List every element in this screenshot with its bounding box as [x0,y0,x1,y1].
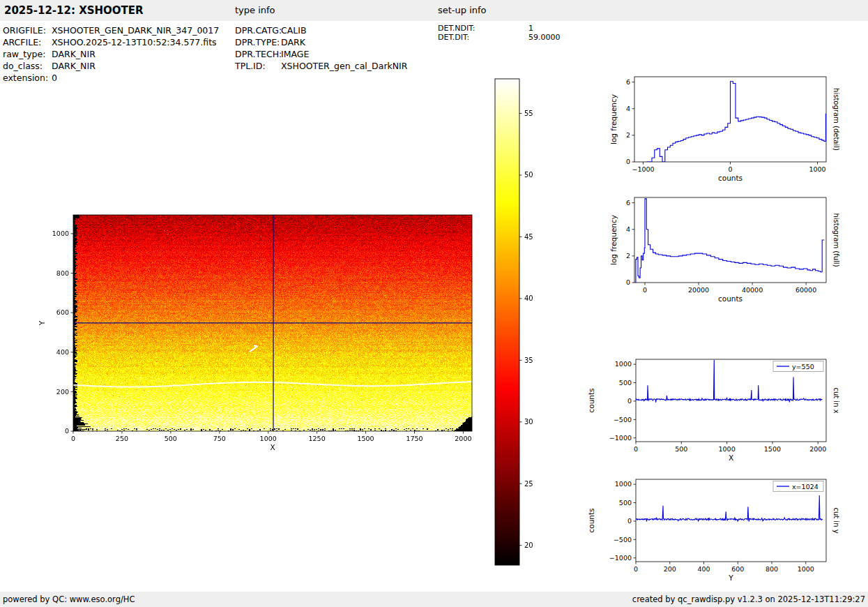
x-axis-label: Y [728,574,733,582]
x-tick-label: 0 [71,435,75,442]
cut_in_x-svg: 0500100015002000−1000−50005001000Xcounts… [586,349,868,474]
y-axis-label: Y [38,320,46,326]
cut-in-y-plot: 02004006008001000−1000−50005001000Ycount… [586,469,868,594]
legend-label: x=1024 [792,483,818,490]
x-tick-label: 0 [634,565,638,573]
heatmap-axes-svg: 0250500750100012501500175020000200400600… [28,202,488,474]
meta-label: ORIGFILE: [3,24,52,36]
x-tick-label: 1500 [764,445,781,453]
dark-frame-image-plot: 0250500750100012501500175020000200400600… [28,202,488,474]
meta-value: XSHOO.2025-12-13T10:52:34.577.fits [52,36,217,48]
x-tick-label: 1500 [357,435,374,442]
meta-row: ORIGFILE:XSHOOTER_GEN_DARK_NIR_347_0017 [3,24,219,36]
meta-row: extension:0 [3,72,219,84]
x-tick-label: 0 [728,165,732,173]
x-tick-label: 1000 [809,165,825,173]
meta-value: 1 [528,24,533,33]
meta-row: DET.DIT:59.0000 [438,33,561,42]
y-tick-label: 0 [627,517,632,525]
x-tick-label: 0 [634,445,638,453]
y-tick-label: 500 [619,379,632,387]
colorbar: 2025303540455055 [488,73,565,576]
histogram_detail-data-line [647,82,827,162]
x-tick-label: 1000 [260,435,277,442]
histogram_full-data-line [635,199,825,283]
side-label: histogram (full) [832,213,840,267]
heatmap-axes-frame [73,215,472,431]
meta-row: do_class:DARK_NIR [3,60,219,72]
footer-bar: powered by QC: www.eso.org/HC created by… [0,592,868,607]
x-axis-label: counts [718,294,743,303]
metadata-setup-block: DET.NDIT:1 DET.DIT:59.0000 [438,24,561,42]
meta-value: XSHOOTER_gen_cal_DarkNIR [281,60,407,72]
metadata-type-block: DPR.CATG:CALIB DPR.TYPE:DARK DPR.TECH:IM… [235,24,407,72]
x-tick-label: 2000 [809,445,826,453]
colorbar-tick-label: 25 [524,480,533,488]
x-axis-label: X [270,443,275,451]
x-tick-label: 1000 [719,445,736,453]
meta-row: DPR.TECH:IMAGE [235,48,407,60]
x-tick-label: 20000 [688,286,709,294]
y-tick-label: 1000 [52,230,69,237]
meta-label: TPL.ID: [235,60,281,72]
meta-label: DET.DIT: [438,33,528,42]
meta-row: DET.NDIT:1 [438,24,561,33]
side-label: cut in x [832,387,840,413]
y-tick-label: 6 [626,199,630,207]
colorbar-tick-label: 55 [524,110,533,117]
x-axis-label: X [729,454,733,462]
x-tick-label: 750 [213,435,226,442]
x-tick-label: 1250 [309,435,326,442]
meta-label: do_class: [3,60,52,72]
x-tick-label: 1000 [798,565,814,573]
colorbar-frame [495,79,519,565]
y-tick-label: 1000 [615,360,632,368]
y-axis-label: log frequency [609,215,618,265]
meta-row: DPR.CATG:CALIB [235,24,407,36]
x-tick-label: 250 [116,435,128,442]
x-tick-label: 600 [731,565,744,573]
x-tick-label: 40000 [742,286,763,294]
y-tick-label: 500 [619,499,632,507]
x-tick-label: 200 [664,565,676,573]
y-tick-label: −500 [614,416,632,424]
meta-row: ARCFILE:XSHOO.2025-12-13T10:52:34.577.fi… [3,36,219,48]
cut-in-x-plot: 0500100015002000−1000−50005001000Xcounts… [586,349,868,474]
header-bar: 2025-12-12: XSHOOTER type info set-up in… [0,0,868,21]
histogram_full-svg: 02000040000600000246countslog frequencyh… [586,187,868,316]
y-tick-label: 4 [626,105,630,112]
footer-left-text: powered by QC: www.eso.org/HC [3,592,135,607]
y-axis-label: log frequency [609,94,618,144]
qc-report-page: 2025-12-12: XSHOOTER type info set-up in… [0,0,868,607]
x-axis-label: counts [718,174,743,182]
y-tick-label: 0 [627,397,632,405]
meta-value: XSHOOTER_GEN_DARK_NIR_347_0017 [52,24,219,36]
cut_in_y-svg: 02004006008001000−1000−50005001000Ycount… [586,469,868,594]
meta-row: TPL.ID:XSHOOTER_gen_cal_DarkNIR [235,60,407,72]
meta-label: DPR.TECH: [235,48,281,60]
colorbar-tick-label: 30 [524,418,533,426]
meta-value: 0 [52,72,57,84]
y-tick-label: 1000 [615,480,632,488]
histogram_detail-svg: −1000010000246countslog frequencyhistogr… [586,66,868,195]
y-axis-label: counts [587,508,595,532]
meta-label: extension: [3,72,52,84]
setup-info-heading: set-up info [438,0,487,21]
meta-label: DPR.TYPE: [235,36,281,48]
x-tick-label: 800 [766,565,778,573]
x-tick-label: 60000 [795,286,816,294]
colorbar-tick-label: 50 [524,171,533,179]
metadata-file-block: ORIGFILE:XSHOOTER_GEN_DARK_NIR_347_0017 … [3,24,219,84]
x-tick-label: 0 [643,286,647,294]
y-tick-label: 600 [56,308,69,316]
side-label: cut in y [832,507,840,533]
cut_in_y-data-line [636,495,823,522]
meta-label: DET.NDIT: [438,24,528,33]
meta-value: CALIB [281,24,307,36]
y-tick-label: 2 [626,252,630,260]
page-title: 2025-12-12: XSHOOTER [4,0,144,21]
colorbar-tick-label: 40 [524,294,533,302]
y-tick-label: 2 [626,131,630,139]
x-tick-label: 2000 [455,435,471,442]
meta-label: ARCFILE: [3,36,52,48]
